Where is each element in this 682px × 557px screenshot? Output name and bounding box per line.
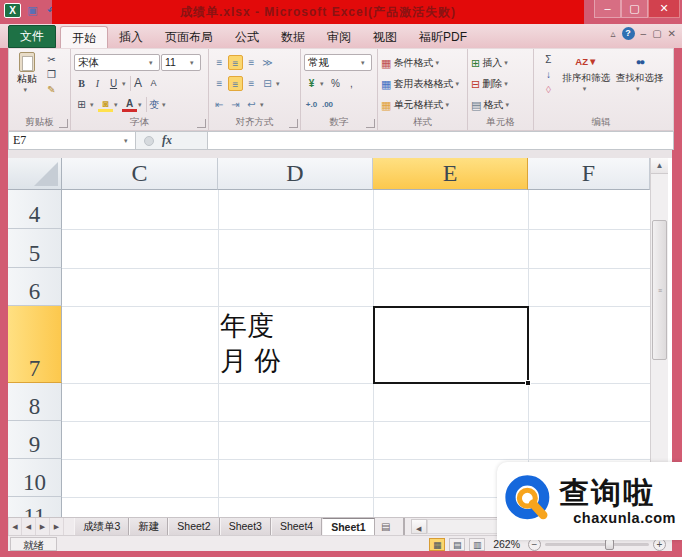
doc-restore-icon[interactable]: ▢: [652, 28, 661, 39]
percent-format-icon[interactable]: %: [328, 76, 343, 91]
sheet-tab-xinjian[interactable]: 新建: [129, 518, 168, 535]
maximize-button[interactable]: ▢: [621, 0, 648, 18]
align-right-icon[interactable]: ≡: [244, 76, 259, 91]
fill-down-icon[interactable]: ↓: [537, 67, 560, 82]
find-select-button[interactable]: ●● 查找和选择 ▾: [613, 52, 666, 97]
column-header-d[interactable]: D: [218, 158, 373, 190]
tab-view[interactable]: 视图: [362, 26, 408, 48]
insert-cells-button[interactable]: ⊞ 插入 ▾: [471, 52, 531, 73]
tab-insert[interactable]: 插入: [108, 26, 154, 48]
first-sheet-icon[interactable]: ◀: [8, 518, 22, 535]
tab-foxit-pdf[interactable]: 福昕PDF: [408, 26, 478, 48]
tab-review[interactable]: 审阅: [316, 26, 362, 48]
cut-icon[interactable]: ✂: [44, 52, 59, 67]
font-size-combo[interactable]: 11 ▾: [161, 54, 201, 71]
tab-file[interactable]: 文件: [8, 25, 56, 48]
prev-sheet-icon[interactable]: ◀: [22, 518, 36, 535]
paste-dropdown-icon[interactable]: ▾: [24, 86, 31, 94]
sheet-tab-chengjidan3[interactable]: 成绩单3: [74, 518, 129, 535]
align-left-icon[interactable]: ≡: [212, 76, 227, 91]
scroll-up-icon[interactable]: ▲: [651, 158, 668, 174]
fill-handle[interactable]: [525, 380, 531, 386]
view-normal-icon[interactable]: ▦: [429, 538, 445, 551]
currency-format-icon[interactable]: ¥: [304, 76, 319, 91]
format-painter-icon[interactable]: ✎: [44, 82, 59, 97]
font-color-icon[interactable]: A: [122, 98, 137, 112]
column-header-f[interactable]: F: [528, 158, 650, 190]
comma-format-icon[interactable]: ,: [344, 76, 359, 91]
phonetic-guide-icon[interactable]: 变: [146, 97, 161, 112]
shrink-font-button[interactable]: A: [146, 76, 161, 91]
underline-button[interactable]: U: [106, 76, 121, 91]
next-sheet-icon[interactable]: ▶: [36, 518, 50, 535]
row-header-5[interactable]: 5: [8, 229, 62, 268]
conditional-formatting-button[interactable]: ▦ 条件格式 ▾: [381, 52, 465, 73]
tab-formulas[interactable]: 公式: [224, 26, 270, 48]
last-sheet-icon[interactable]: ▶: [50, 518, 64, 535]
active-cell-e7[interactable]: [373, 306, 529, 384]
tab-data[interactable]: 数据: [270, 26, 316, 48]
name-box-dropdown-icon[interactable]: ▾: [124, 137, 131, 145]
row-header-10[interactable]: 10: [8, 459, 62, 497]
merge-center-icon[interactable]: ⊟: [260, 76, 275, 91]
tab-scroll-splitter[interactable]: [403, 518, 411, 535]
close-button[interactable]: ✕: [648, 0, 680, 18]
clipboard-dialog-launcher[interactable]: [59, 119, 68, 128]
number-format-combo[interactable]: 常规 ▾: [304, 54, 372, 71]
column-header-c[interactable]: C: [62, 158, 218, 190]
grow-font-button[interactable]: A: [130, 76, 145, 91]
save-icon[interactable]: ▣: [25, 3, 40, 18]
wrap-text-icon[interactable]: ↩: [244, 97, 259, 112]
view-page-layout-icon[interactable]: ▤: [449, 538, 465, 551]
formula-input[interactable]: [208, 132, 673, 149]
decrease-indent-icon[interactable]: ⇤: [212, 97, 227, 112]
clear-eraser-icon[interactable]: ◊: [537, 82, 560, 97]
autosum-icon[interactable]: Σ: [537, 52, 560, 67]
align-bottom-icon[interactable]: ≡: [244, 55, 259, 70]
sort-filter-button[interactable]: AZ▼ 排序和筛选 ▾: [560, 52, 613, 97]
row-header-11[interactable]: 11: [8, 497, 62, 517]
tab-home[interactable]: 开始: [60, 26, 108, 48]
zoom-slider[interactable]: [545, 543, 649, 546]
number-dialog-launcher[interactable]: [366, 119, 375, 128]
zoom-slider-knob[interactable]: [605, 539, 614, 550]
name-box[interactable]: E7 ▾: [9, 132, 136, 149]
excel-app-icon[interactable]: X: [4, 3, 21, 18]
decrease-decimal-icon[interactable]: .00: [320, 97, 335, 112]
align-middle-icon[interactable]: ≡: [228, 55, 243, 70]
doc-minimize-icon[interactable]: –: [641, 28, 647, 39]
format-cells-button[interactable]: ▤ 格式 ▾: [471, 94, 531, 115]
sheet-tab-sheet2[interactable]: Sheet2: [168, 518, 219, 535]
row-header-7[interactable]: 7: [8, 306, 62, 383]
borders-icon[interactable]: ⊞: [74, 97, 89, 112]
sheet-tab-sheet1[interactable]: Sheet1: [322, 518, 374, 535]
select-all-corner[interactable]: [8, 158, 62, 190]
orientation-icon[interactable]: ≫: [260, 55, 275, 70]
insert-function-button[interactable]: fx: [162, 133, 172, 148]
minimize-ribbon-icon[interactable]: ▵: [611, 28, 616, 39]
doc-close-icon[interactable]: ✕: [668, 28, 676, 39]
delete-cells-button[interactable]: ⊟ 删除 ▾: [471, 73, 531, 94]
underline-dropdown-icon[interactable]: ▾: [122, 80, 129, 88]
align-center-icon[interactable]: ≡: [228, 76, 243, 91]
alignment-dialog-launcher[interactable]: [289, 119, 298, 128]
row-header-8[interactable]: 8: [8, 383, 62, 421]
view-page-break-icon[interactable]: ▥: [469, 538, 485, 551]
vertical-scrollbar-thumb[interactable]: ≡: [652, 220, 667, 360]
align-top-icon[interactable]: ≡: [212, 55, 227, 70]
bold-button[interactable]: B: [74, 76, 89, 91]
cell-styles-button[interactable]: ▦ 单元格样式 ▾: [381, 94, 465, 115]
increase-decimal-icon[interactable]: +.0: [304, 97, 319, 112]
paste-button[interactable]: 粘贴 ▾: [12, 52, 42, 97]
sheet-tab-sheet3[interactable]: Sheet3: [220, 518, 271, 535]
copy-icon[interactable]: ❐: [44, 67, 59, 82]
format-as-table-button[interactable]: ▦ 套用表格格式 ▾: [381, 73, 465, 94]
fill-color-icon[interactable]: ◙: [98, 98, 113, 112]
column-header-e[interactable]: E: [373, 158, 528, 190]
cell-d7[interactable]: 年度 月份: [220, 306, 370, 379]
row-header-6[interactable]: 6: [8, 268, 62, 306]
font-name-combo[interactable]: 宋体 ▾: [74, 54, 160, 71]
italic-button[interactable]: I: [90, 76, 105, 91]
insert-worksheet-icon[interactable]: ▤: [375, 518, 397, 535]
row-header-9[interactable]: 9: [8, 421, 62, 459]
